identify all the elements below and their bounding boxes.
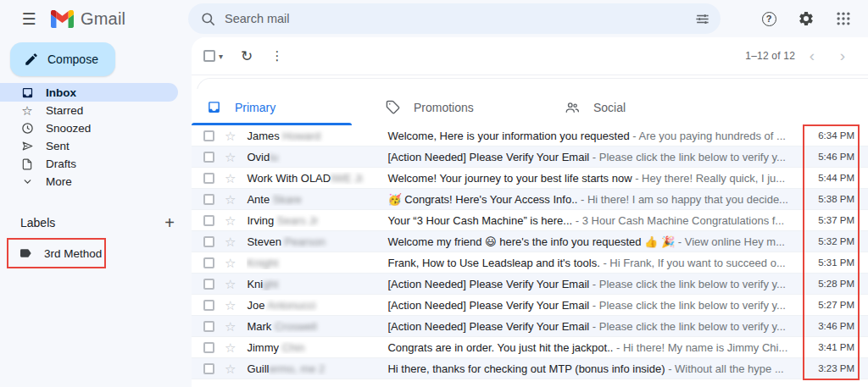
sidebar-item-sent[interactable]: Sent xyxy=(0,137,178,155)
row-checkbox[interactable] xyxy=(203,130,214,141)
sidebar-item-label: Inbox xyxy=(46,86,76,99)
email-row[interactable]: ☆ James Howard Welcome, Here is your inf… xyxy=(192,125,868,147)
sidebar-item-starred[interactable]: ☆ Starred xyxy=(0,102,178,119)
refresh-icon[interactable]: ↻ xyxy=(235,44,259,68)
main-menu-icon[interactable]: ☰ xyxy=(14,3,44,34)
compose-button[interactable]: Compose xyxy=(10,42,115,76)
help-button[interactable]: ? xyxy=(756,6,782,31)
row-star-icon[interactable]: ☆ xyxy=(225,172,236,185)
select-caret-icon[interactable]: ▾ xyxy=(219,52,223,61)
row-checkbox[interactable] xyxy=(203,236,214,247)
row-star-icon[interactable]: ☆ xyxy=(225,151,236,163)
row-star-icon[interactable]: ☆ xyxy=(225,235,236,248)
email-row[interactable]: ☆ Irving Sears Jr Your “3 Hour Cash Mach… xyxy=(192,210,868,231)
row-star-icon[interactable]: ☆ xyxy=(225,299,236,312)
sidebar-item-drafts[interactable]: Drafts xyxy=(0,155,178,173)
email-row[interactable]: ☆ Knight [Action Needed] Please Verify Y… xyxy=(192,274,868,295)
email-sender: Jimmy Chin xyxy=(247,341,384,354)
sender-visible: Steven xyxy=(247,235,284,248)
email-sender: Mark Croswell xyxy=(247,320,384,333)
pencil-icon xyxy=(24,52,39,67)
sidebar-label-3rd-method[interactable]: 3rd Method xyxy=(8,240,104,267)
email-subject: [Action Needed] Please Verify Your Email xyxy=(387,151,589,163)
email-time: 5:37 PM xyxy=(807,215,868,225)
sidebar-item-more[interactable]: More xyxy=(0,173,178,191)
email-row[interactable]: ☆ Ante Skare 🥳 Congrats! Here's Your Acc… xyxy=(192,189,868,210)
sidebar-item-snoozed[interactable]: Snoozed xyxy=(0,119,178,137)
sender-visible: Ante xyxy=(247,193,272,206)
email-time: 5:38 PM xyxy=(807,194,868,204)
row-star-icon[interactable]: ☆ xyxy=(225,341,236,354)
tab-social[interactable]: Social xyxy=(549,89,728,125)
row-star-icon[interactable]: ☆ xyxy=(225,362,236,375)
sidebar-item-inbox[interactable]: Inbox xyxy=(0,83,178,102)
email-row[interactable]: ☆ Work With OLADIWE Ji Welcome! Your jou… xyxy=(192,168,868,189)
sender-blurred: IWE Ji xyxy=(331,172,363,185)
pagination: 1–12 of 12 ‹ › xyxy=(745,44,856,68)
header: ☰ Gmail ? xyxy=(0,0,868,37)
settings-button[interactable] xyxy=(793,6,819,31)
row-checkbox[interactable] xyxy=(203,194,214,205)
tab-promotions[interactable]: Promotions xyxy=(370,89,549,125)
row-checkbox[interactable] xyxy=(203,321,214,332)
search-input[interactable] xyxy=(225,12,694,25)
row-checkbox[interactable] xyxy=(203,257,214,268)
row-checkbox[interactable] xyxy=(203,300,214,311)
mail-panel: ▾ ↻ ⋮ 1–12 of 12 ‹ › Primary xyxy=(192,37,868,387)
row-checkbox[interactable] xyxy=(203,152,214,163)
email-row[interactable]: ☆ Knight Frank, How to Use Leadsleap and… xyxy=(192,252,868,274)
row-star-icon[interactable]: ☆ xyxy=(225,257,236,269)
search-options-icon[interactable] xyxy=(694,11,710,27)
row-checkbox[interactable] xyxy=(203,173,214,184)
apps-button[interactable] xyxy=(831,6,856,31)
sender-visible: Guill xyxy=(247,362,269,375)
older-page-icon[interactable]: › xyxy=(829,44,856,68)
email-row[interactable]: ☆ Guillermo, me 2 Hi there, thanks for c… xyxy=(192,358,868,379)
email-snippet: - View online Hey m... xyxy=(675,235,785,248)
email-row[interactable]: ☆ Ovidiu [Action Needed] Please Verify Y… xyxy=(192,147,868,168)
more-options-icon[interactable]: ⋮ xyxy=(265,44,289,68)
sender-blurred: ermo, me 2 xyxy=(269,362,325,375)
row-star-icon[interactable]: ☆ xyxy=(225,320,236,333)
email-subject: [Action Needed] Please Verify Your Email xyxy=(387,320,589,333)
row-star-icon[interactable]: ☆ xyxy=(225,214,236,227)
sender-visible: Mark xyxy=(247,320,275,333)
sender-visible: Joe xyxy=(247,299,267,312)
email-subject: Hi there, thanks for checking out MTP (b… xyxy=(387,362,665,375)
newer-page-icon[interactable]: ‹ xyxy=(798,44,826,68)
sender-blurred: Antonucci xyxy=(267,299,315,312)
row-checkbox[interactable] xyxy=(203,363,214,374)
promotions-tag-icon xyxy=(386,100,400,114)
row-star-icon[interactable]: ☆ xyxy=(225,193,236,206)
email-snippet: - Hey there! Really quick, I ju... xyxy=(632,172,786,185)
email-sender: Knight xyxy=(247,278,384,290)
email-preview: Congrats are in order. You just hit the … xyxy=(387,341,807,354)
email-row[interactable]: ☆ Jimmy Chin Congrats are in order. You … xyxy=(192,337,868,358)
row-star-icon[interactable]: ☆ xyxy=(225,130,236,142)
row-checkbox[interactable] xyxy=(203,279,214,290)
labels-title: Labels xyxy=(20,216,55,229)
email-time: 3:23 PM xyxy=(807,363,868,373)
email-preview: [Action Needed] Please Verify Your Email… xyxy=(387,320,807,333)
row-checkbox[interactable] xyxy=(203,342,214,353)
email-subject: Congrats are in order. You just hit the … xyxy=(387,341,613,354)
email-subject: Welcome my friend 😃 here's the info you … xyxy=(387,235,675,248)
email-row[interactable]: ☆ Mark Croswell [Action Needed] Please V… xyxy=(192,316,868,337)
sender-visible: Irving xyxy=(247,214,276,227)
select-all-checkbox[interactable] xyxy=(203,50,215,62)
draft-file-icon xyxy=(21,158,33,170)
row-checkbox[interactable] xyxy=(203,215,214,226)
email-subject: Frank, How to Use Leadsleap and it's too… xyxy=(387,257,599,269)
tab-primary[interactable]: Primary xyxy=(192,89,370,125)
sender-blurred: Skare xyxy=(273,193,302,206)
sender-blurred: Howard xyxy=(282,130,320,142)
row-star-icon[interactable]: ☆ xyxy=(225,278,236,290)
sidebar: Compose Inbox ☆ Starred Snoozed Sent xyxy=(0,37,192,387)
sender-visible: Kni xyxy=(247,278,263,290)
sender-visible: Work With OLAD xyxy=(247,172,331,185)
search-icon[interactable] xyxy=(200,11,216,27)
email-row[interactable]: ☆ Steven Pearson Welcome my friend 😃 her… xyxy=(192,231,868,252)
search-bar[interactable] xyxy=(188,3,721,34)
email-row[interactable]: ☆ Joe Antonucci [Action Needed] Please V… xyxy=(192,295,868,316)
create-label-button[interactable]: + xyxy=(159,213,180,233)
